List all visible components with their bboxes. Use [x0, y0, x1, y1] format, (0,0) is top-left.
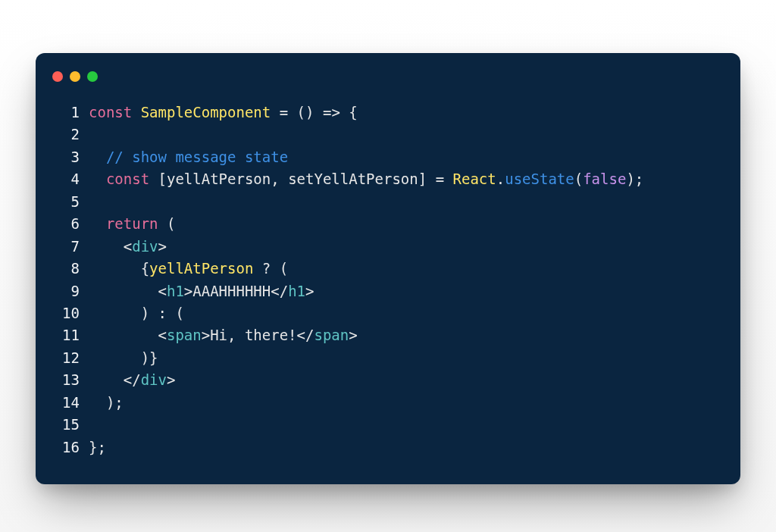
line-number: 2: [57, 124, 89, 146]
line-number: 9: [57, 280, 89, 302]
code-token: ): [305, 104, 323, 120]
code-token: >: [184, 283, 192, 299]
line-number: 11: [57, 324, 89, 346]
code-token: );: [89, 394, 124, 411]
line-content: [89, 414, 97, 436]
line-content: {yellAtPerson ? (: [89, 258, 288, 280]
code-token: =: [436, 171, 444, 187]
line-content: <h1>AAAHHHHHH</h1>: [89, 280, 314, 302]
code-token: const: [106, 171, 149, 187]
code-token: useState: [505, 171, 574, 187]
line-content: <div>: [89, 236, 167, 258]
code-token: AAAHHHHHH: [192, 283, 271, 299]
code-token: {: [89, 260, 149, 277]
code-line: 15: [57, 414, 719, 436]
code-window: 1const SampleComponent = () => {2 3 // s…: [36, 53, 740, 484]
code-token: =>: [323, 104, 340, 120]
code-token: ? (: [253, 260, 288, 277]
code-token: [132, 104, 140, 120]
code-token: {: [340, 104, 358, 120]
maximize-icon[interactable]: [87, 71, 98, 82]
code-token: [271, 104, 279, 120]
close-icon[interactable]: [52, 71, 63, 82]
code-line: 16};: [57, 437, 719, 458]
code-token: h1: [167, 283, 184, 299]
code-token: >: [305, 283, 314, 299]
line-number: 12: [57, 347, 89, 369]
code-line: 12 )}: [57, 347, 719, 369]
code-token: >: [158, 238, 167, 255]
code-token: );: [626, 171, 643, 187]
line-number: 1: [57, 102, 89, 124]
code-token: <: [89, 283, 167, 299]
line-content: );: [89, 392, 124, 414]
code-token: (: [288, 104, 305, 120]
code-token: yellAtPerson: [149, 260, 253, 277]
line-number: 14: [57, 392, 89, 414]
code-token: >: [349, 327, 357, 343]
line-number: 4: [57, 168, 89, 190]
code-token: ,: [271, 171, 288, 187]
code-token: <: [89, 327, 167, 343]
code-token: >: [202, 327, 210, 343]
code-token: div: [141, 371, 167, 388]
code-line: 10 ) : (: [57, 302, 719, 324]
code-token: <: [89, 238, 132, 255]
line-number: 3: [57, 146, 89, 168]
code-token: .: [496, 171, 505, 187]
line-number: 8: [57, 258, 89, 280]
line-content: };: [89, 437, 106, 458]
code-token: span: [167, 327, 202, 343]
code-token: Hi, there!: [210, 327, 296, 343]
code-token: </: [89, 371, 141, 388]
code-token: false: [583, 171, 626, 187]
line-content: // show message state: [89, 146, 288, 168]
line-number: 7: [57, 236, 89, 258]
code-token: // show message state: [106, 149, 288, 165]
code-token: return: [106, 215, 158, 232]
line-content: )}: [89, 347, 158, 369]
line-number: 10: [57, 302, 89, 324]
code-token: SampleComponent: [141, 104, 271, 120]
code-token: =: [280, 104, 288, 120]
code-token: ) : (: [89, 305, 184, 321]
code-token: React: [453, 171, 496, 187]
line-content: <span>Hi, there!</span>: [89, 324, 358, 346]
code-token: (: [158, 215, 176, 232]
code-line: 2: [57, 124, 719, 146]
code-token: (: [574, 171, 583, 187]
line-number: 5: [57, 191, 89, 213]
code-line: 14 );: [57, 392, 719, 414]
line-content: const SampleComponent = () => {: [89, 102, 358, 124]
code-token: )}: [89, 349, 158, 366]
code-token: span: [314, 327, 349, 343]
code-token: [444, 171, 452, 187]
code-line: 6 return (: [57, 213, 719, 235]
code-line: 8 {yellAtPerson ? (: [57, 258, 719, 280]
code-line: 13 </div>: [57, 369, 719, 391]
code-token: </: [271, 283, 288, 299]
line-content: return (: [89, 213, 175, 235]
line-content: [89, 191, 97, 213]
code-token: </: [297, 327, 314, 343]
code-token: [: [149, 171, 167, 187]
code-token: ]: [418, 171, 436, 187]
line-number: 6: [57, 213, 89, 235]
line-content: </div>: [89, 369, 175, 391]
code-token: div: [132, 238, 158, 255]
code-line: 4 const [yellAtPerson, setYellAtPerson] …: [57, 168, 719, 190]
line-number: 16: [57, 437, 89, 458]
code-line: 3 // show message state: [57, 146, 719, 168]
line-number: 15: [57, 414, 89, 436]
code-line: 7 <div>: [57, 236, 719, 258]
minimize-icon[interactable]: [70, 71, 80, 82]
code-token: h1: [288, 283, 305, 299]
line-number: 13: [57, 369, 89, 391]
code-editor: 1const SampleComponent = () => {2 3 // s…: [36, 102, 740, 458]
code-token: setYellAtPerson: [288, 171, 418, 187]
code-token: >: [167, 371, 175, 388]
code-line: 9 <h1>AAAHHHHHH</h1>: [57, 280, 719, 302]
code-token: [89, 171, 106, 187]
code-line: 5: [57, 191, 719, 213]
line-content: [89, 124, 97, 146]
